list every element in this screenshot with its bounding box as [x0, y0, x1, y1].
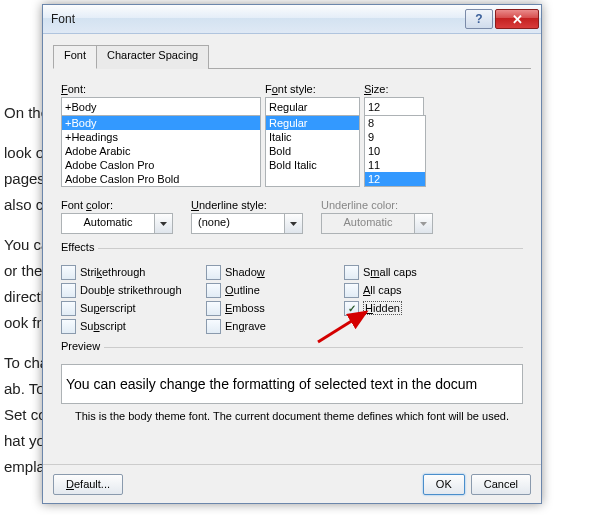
list-item[interactable]: 11	[365, 158, 425, 172]
help-button[interactable]: ?	[465, 9, 493, 29]
default-button[interactable]: Default...	[53, 474, 123, 495]
list-item[interactable]: Adobe Caslon Pro Bold	[62, 172, 260, 186]
tab-font[interactable]: Font	[53, 45, 97, 69]
checkbox-emboss[interactable]: Emboss	[206, 299, 344, 317]
list-item[interactable]: Adobe Caslon Pro	[62, 158, 260, 172]
preview-box: You can easily change the formatting of …	[61, 364, 523, 404]
list-item[interactable]: 9	[365, 130, 425, 144]
tabstrip: Font Character Spacing	[53, 44, 531, 69]
checkbox-double-strikethrough[interactable]: Double strikethrough	[61, 281, 206, 299]
close-icon: ✕	[512, 12, 523, 27]
list-item[interactable]: +Headings	[62, 130, 260, 144]
checkbox-hidden[interactable]: Hidden	[344, 299, 484, 317]
list-item[interactable]: Bold	[266, 144, 359, 158]
list-item[interactable]: 10	[365, 144, 425, 158]
cancel-button[interactable]: Cancel	[471, 474, 531, 495]
chevron-down-icon	[414, 214, 432, 233]
preview-note: This is the body theme font. The current…	[61, 410, 523, 422]
size-input[interactable]	[364, 97, 424, 116]
preview-label: Preview	[61, 340, 104, 352]
chevron-down-icon	[154, 214, 172, 233]
font-color-combo[interactable]: Automatic	[61, 213, 173, 234]
font-input[interactable]	[61, 97, 261, 116]
effects-label: Effects	[61, 241, 98, 253]
checkbox-engrave[interactable]: Engrave	[206, 317, 344, 335]
list-item[interactable]: +Body	[62, 116, 260, 130]
font-dialog: Font ? ✕ Font Character Spacing FFont:on…	[42, 4, 542, 504]
font-color-label: Font color:	[61, 199, 173, 211]
underline-style-combo[interactable]: (none)	[191, 213, 303, 234]
help-icon: ?	[475, 12, 482, 26]
dialog-title: Font	[51, 12, 463, 26]
font-style-listbox[interactable]: Regular Italic Bold Bold Italic	[265, 115, 360, 187]
font-listbox[interactable]: +Body +Headings Adobe Arabic Adobe Caslo…	[61, 115, 261, 187]
ok-button[interactable]: OK	[423, 474, 465, 495]
checkbox-shadow[interactable]: Shadow	[206, 263, 344, 281]
underline-color-label: Underline color:	[321, 199, 433, 211]
checkbox-subscript[interactable]: Subscript	[61, 317, 206, 335]
list-item[interactable]: Italic	[266, 130, 359, 144]
list-item[interactable]: 12	[365, 172, 425, 186]
size-label: Size:	[364, 83, 424, 95]
font-style-label: Font style:	[265, 83, 360, 95]
list-item[interactable]: Adobe Arabic	[62, 144, 260, 158]
checkbox-superscript[interactable]: Superscript	[61, 299, 206, 317]
checkbox-small-caps[interactable]: Small caps	[344, 263, 484, 281]
chevron-down-icon	[284, 214, 302, 233]
font-style-input[interactable]	[265, 97, 360, 116]
dialog-content: FFont:ont: +Body +Headings Adobe Arabic …	[43, 69, 541, 464]
underline-color-combo: Automatic	[321, 213, 433, 234]
list-item[interactable]: Bold Italic	[266, 158, 359, 172]
dialog-footer: Default... OK Cancel	[43, 464, 541, 503]
checkbox-strikethrough[interactable]: Strikethrough	[61, 263, 206, 281]
tab-character-spacing[interactable]: Character Spacing	[96, 45, 209, 69]
checkbox-all-caps[interactable]: All caps	[344, 281, 484, 299]
list-item[interactable]: Regular	[266, 116, 359, 130]
titlebar[interactable]: Font ? ✕	[43, 5, 541, 34]
underline-style-label: Underline style:	[191, 199, 303, 211]
close-button[interactable]: ✕	[495, 9, 539, 29]
list-item[interactable]: 8	[365, 116, 425, 130]
checkbox-outline[interactable]: Outline	[206, 281, 344, 299]
size-listbox[interactable]: 8 9 10 11 12	[364, 115, 426, 187]
font-label: FFont:ont:	[61, 83, 261, 95]
